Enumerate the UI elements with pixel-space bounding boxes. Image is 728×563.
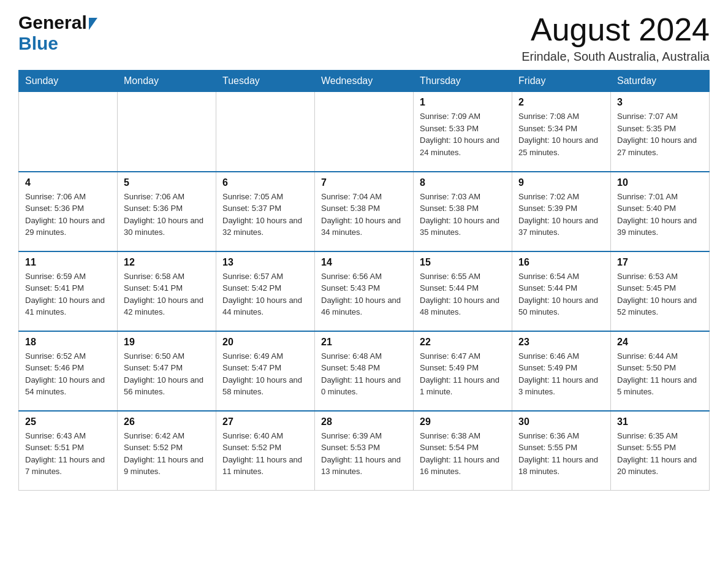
calendar-cell: 3Sunrise: 7:07 AMSunset: 5:35 PMDaylight… <box>611 92 710 172</box>
day-info: Sunrise: 7:06 AMSunset: 5:36 PMDaylight:… <box>25 191 111 239</box>
day-number: 18 <box>25 337 111 348</box>
day-info: Sunrise: 6:44 AMSunset: 5:50 PMDaylight:… <box>617 350 703 398</box>
day-number: 12 <box>124 257 210 268</box>
calendar-cell: 1Sunrise: 7:09 AMSunset: 5:33 PMDaylight… <box>414 92 512 172</box>
calendar-cell: 5Sunrise: 7:06 AMSunset: 5:36 PMDaylight… <box>118 172 216 251</box>
day-number: 2 <box>518 97 604 108</box>
day-info: Sunrise: 7:04 AMSunset: 5:38 PMDaylight:… <box>321 191 407 239</box>
day-number: 31 <box>617 416 703 427</box>
logo-blue-text: Blue <box>18 33 58 53</box>
calendar-cell <box>216 92 315 172</box>
calendar-cell: 26Sunrise: 6:42 AMSunset: 5:52 PMDayligh… <box>118 411 216 491</box>
day-number: 17 <box>617 257 703 268</box>
day-number: 25 <box>25 416 111 427</box>
day-number: 30 <box>518 416 604 427</box>
calendar-header-monday: Monday <box>118 71 216 92</box>
day-info: Sunrise: 6:36 AMSunset: 5:55 PMDaylight:… <box>518 430 604 478</box>
day-number: 29 <box>420 416 506 427</box>
calendar-cell <box>315 92 414 172</box>
day-number: 27 <box>222 416 308 427</box>
calendar-cell <box>19 92 118 172</box>
day-number: 13 <box>222 257 308 268</box>
day-number: 19 <box>124 337 210 348</box>
day-number: 22 <box>420 337 506 348</box>
calendar-cell: 16Sunrise: 6:54 AMSunset: 5:44 PMDayligh… <box>512 251 611 331</box>
day-number: 1 <box>420 97 506 108</box>
day-number: 20 <box>222 337 308 348</box>
day-info: Sunrise: 7:03 AMSunset: 5:38 PMDaylight:… <box>420 191 506 239</box>
day-info: Sunrise: 6:56 AMSunset: 5:43 PMDaylight:… <box>321 270 407 318</box>
day-info: Sunrise: 6:42 AMSunset: 5:52 PMDaylight:… <box>124 430 210 478</box>
calendar-table: SundayMondayTuesdayWednesdayThursdayFrid… <box>18 70 710 491</box>
calendar-cell: 4Sunrise: 7:06 AMSunset: 5:36 PMDaylight… <box>19 172 118 251</box>
calendar-cell: 23Sunrise: 6:46 AMSunset: 5:49 PMDayligh… <box>512 331 611 411</box>
calendar-cell: 29Sunrise: 6:38 AMSunset: 5:54 PMDayligh… <box>414 411 512 491</box>
day-info: Sunrise: 6:39 AMSunset: 5:53 PMDaylight:… <box>321 430 407 478</box>
calendar-header-wednesday: Wednesday <box>315 71 414 92</box>
title-section: August 2024 Erindale, South Australia, A… <box>521 12 710 64</box>
day-number: 11 <box>25 257 111 268</box>
calendar-cell: 21Sunrise: 6:48 AMSunset: 5:48 PMDayligh… <box>315 331 414 411</box>
calendar-cell: 22Sunrise: 6:47 AMSunset: 5:49 PMDayligh… <box>414 331 512 411</box>
day-info: Sunrise: 6:48 AMSunset: 5:48 PMDaylight:… <box>321 350 407 398</box>
logo: General Blue <box>18 12 97 54</box>
day-number: 24 <box>617 337 703 348</box>
day-number: 23 <box>518 337 604 348</box>
day-info: Sunrise: 6:38 AMSunset: 5:54 PMDaylight:… <box>420 430 506 478</box>
calendar-week-2: 4Sunrise: 7:06 AMSunset: 5:36 PMDaylight… <box>19 172 710 251</box>
calendar-week-3: 11Sunrise: 6:59 AMSunset: 5:41 PMDayligh… <box>19 251 710 331</box>
day-number: 28 <box>321 416 407 427</box>
calendar-cell: 11Sunrise: 6:59 AMSunset: 5:41 PMDayligh… <box>19 251 118 331</box>
day-info: Sunrise: 7:01 AMSunset: 5:40 PMDaylight:… <box>617 191 703 239</box>
logo-arrow-icon <box>89 18 97 30</box>
calendar-cell: 6Sunrise: 7:05 AMSunset: 5:37 PMDaylight… <box>216 172 315 251</box>
day-info: Sunrise: 7:05 AMSunset: 5:37 PMDaylight:… <box>222 191 308 239</box>
calendar-cell: 7Sunrise: 7:04 AMSunset: 5:38 PMDaylight… <box>315 172 414 251</box>
calendar-header-saturday: Saturday <box>611 71 710 92</box>
calendar-cell <box>118 92 216 172</box>
day-number: 3 <box>617 97 703 108</box>
day-number: 21 <box>321 337 407 348</box>
day-info: Sunrise: 6:49 AMSunset: 5:47 PMDaylight:… <box>222 350 308 398</box>
calendar-cell: 13Sunrise: 6:57 AMSunset: 5:42 PMDayligh… <box>216 251 315 331</box>
calendar-header-friday: Friday <box>512 71 611 92</box>
calendar-cell: 27Sunrise: 6:40 AMSunset: 5:52 PMDayligh… <box>216 411 315 491</box>
calendar-header-sunday: Sunday <box>19 71 118 92</box>
calendar-cell: 24Sunrise: 6:44 AMSunset: 5:50 PMDayligh… <box>611 331 710 411</box>
day-number: 4 <box>25 177 111 188</box>
day-info: Sunrise: 7:08 AMSunset: 5:34 PMDaylight:… <box>518 110 604 158</box>
day-info: Sunrise: 6:59 AMSunset: 5:41 PMDaylight:… <box>25 270 111 318</box>
calendar-week-4: 18Sunrise: 6:52 AMSunset: 5:46 PMDayligh… <box>19 331 710 411</box>
day-info: Sunrise: 6:40 AMSunset: 5:52 PMDaylight:… <box>222 430 308 478</box>
day-number: 7 <box>321 177 407 188</box>
day-info: Sunrise: 6:57 AMSunset: 5:42 PMDaylight:… <box>222 270 308 318</box>
day-info: Sunrise: 7:07 AMSunset: 5:35 PMDaylight:… <box>617 110 703 158</box>
day-number: 9 <box>518 177 604 188</box>
day-info: Sunrise: 6:43 AMSunset: 5:51 PMDaylight:… <box>25 430 111 478</box>
calendar-cell: 20Sunrise: 6:49 AMSunset: 5:47 PMDayligh… <box>216 331 315 411</box>
calendar-header-tuesday: Tuesday <box>216 71 315 92</box>
day-info: Sunrise: 6:52 AMSunset: 5:46 PMDaylight:… <box>25 350 111 398</box>
day-number: 14 <box>321 257 407 268</box>
day-info: Sunrise: 7:09 AMSunset: 5:33 PMDaylight:… <box>420 110 506 158</box>
month-title: August 2024 <box>521 12 710 47</box>
calendar-cell: 18Sunrise: 6:52 AMSunset: 5:46 PMDayligh… <box>19 331 118 411</box>
calendar-cell: 9Sunrise: 7:02 AMSunset: 5:39 PMDaylight… <box>512 172 611 251</box>
calendar-cell: 28Sunrise: 6:39 AMSunset: 5:53 PMDayligh… <box>315 411 414 491</box>
calendar-week-5: 25Sunrise: 6:43 AMSunset: 5:51 PMDayligh… <box>19 411 710 491</box>
calendar-week-1: 1Sunrise: 7:09 AMSunset: 5:33 PMDaylight… <box>19 92 710 172</box>
day-info: Sunrise: 6:47 AMSunset: 5:49 PMDaylight:… <box>420 350 506 398</box>
calendar-cell: 17Sunrise: 6:53 AMSunset: 5:45 PMDayligh… <box>611 251 710 331</box>
day-number: 6 <box>222 177 308 188</box>
calendar-cell: 30Sunrise: 6:36 AMSunset: 5:55 PMDayligh… <box>512 411 611 491</box>
calendar-cell: 8Sunrise: 7:03 AMSunset: 5:38 PMDaylight… <box>414 172 512 251</box>
calendar-cell: 2Sunrise: 7:08 AMSunset: 5:34 PMDaylight… <box>512 92 611 172</box>
calendar-cell: 31Sunrise: 6:35 AMSunset: 5:55 PMDayligh… <box>611 411 710 491</box>
logo-general: General <box>18 12 87 33</box>
day-number: 8 <box>420 177 506 188</box>
day-info: Sunrise: 6:50 AMSunset: 5:47 PMDaylight:… <box>124 350 210 398</box>
calendar-cell: 25Sunrise: 6:43 AMSunset: 5:51 PMDayligh… <box>19 411 118 491</box>
day-info: Sunrise: 6:55 AMSunset: 5:44 PMDaylight:… <box>420 270 506 318</box>
calendar-cell: 19Sunrise: 6:50 AMSunset: 5:47 PMDayligh… <box>118 331 216 411</box>
day-info: Sunrise: 7:02 AMSunset: 5:39 PMDaylight:… <box>518 191 604 239</box>
